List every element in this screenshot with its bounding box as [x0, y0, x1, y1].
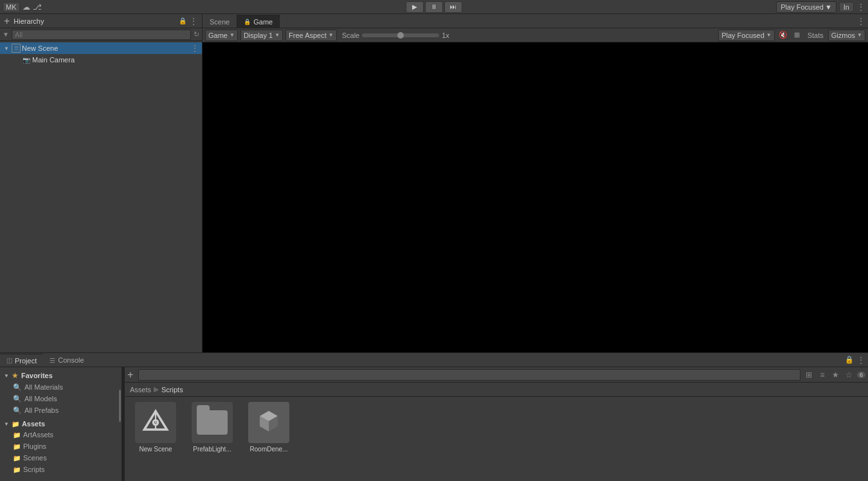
project-toolbar: + ⊞ ≡ ★ ☆ 6 [125, 367, 868, 383]
asset-item-new-scene[interactable]: U New Scene [130, 402, 181, 453]
breadcrumb-assets[interactable]: Assets [130, 386, 151, 394]
topbar-more-icon[interactable]: ⋮ [856, 2, 865, 12]
hierarchy-camera-label: Main Camera [32, 56, 75, 64]
hierarchy-search-input[interactable] [12, 30, 191, 40]
art-assets-label: ArtAssets [23, 431, 53, 439]
free-aspect-dropdown[interactable]: Free Aspect ▼ [285, 30, 337, 41]
tab-scene[interactable]: Scene [203, 15, 237, 28]
project-sidebar: ▼ ★ Favorites 🔍 All Materials 🔍 All Mode… [0, 367, 122, 481]
scenes-folder-icon: 📁 [13, 455, 21, 462]
game-display-dropdown[interactable]: Game ▼ [205, 30, 238, 41]
project-add-button[interactable]: + [127, 369, 133, 381]
hierarchy-header: + Hierarchy 🔒 ⋮ [0, 14, 202, 28]
hierarchy-header-left: + Hierarchy [4, 16, 44, 26]
gizmos-arrow: ▼ [857, 32, 862, 38]
play-focused-dropdown[interactable]: Play Focused ▼ [718, 30, 775, 41]
hierarchy-header-icons: 🔒 ⋮ [179, 16, 198, 26]
asset-item-prefab-light[interactable]: PrefabLight... [186, 402, 238, 453]
hierarchy-content: ▼ ☰ New Scene ⋮ 📷 Main Camera [0, 41, 202, 352]
project-panel-lock-icon[interactable]: 🔒 [842, 356, 856, 364]
breadcrumb-sep: ▶ [154, 385, 159, 394]
asset-icon-room-dene [248, 402, 289, 443]
asset-icon-prefab-light [192, 402, 233, 443]
asset-item-room-dene[interactable]: RoomDene... [243, 402, 294, 453]
scale-label: Scale [342, 32, 360, 39]
info-button[interactable]: In [839, 2, 854, 12]
branch-icon[interactable]: ⎇ [33, 3, 42, 12]
tab-bar-more-icon[interactable]: ⋮ [856, 16, 865, 26]
hierarchy-title: Hierarchy [14, 17, 44, 25]
favorites-item-all-models[interactable]: 🔍 All Models [0, 393, 122, 404]
favorites-header[interactable]: ▼ ★ Favorites [0, 370, 122, 381]
game-toolbar: Game ▼ Display 1 ▼ Free Aspect ▼ Scale 1… [203, 28, 868, 42]
stats-button[interactable]: Stats [806, 31, 826, 40]
hierarchy-add-button[interactable]: + [4, 16, 10, 26]
expand-arrow-camera [13, 56, 21, 64]
assets-header[interactable]: ▼ 📁 Assets [0, 419, 122, 429]
scripts-label: Scripts [23, 466, 45, 473]
mute-icon[interactable]: 🔇 [777, 30, 789, 41]
breadcrumb-scripts[interactable]: Scripts [161, 386, 183, 394]
sidebar-item-art-assets[interactable]: 📁 ArtAssets [0, 429, 122, 440]
sidebar-item-plugins[interactable]: 📁 Plugins [0, 440, 122, 452]
gizmos-dropdown[interactable]: Gizmos ▼ [828, 30, 865, 41]
project-icon-layout[interactable]: ⊞ [803, 369, 815, 381]
project-icon-bookmark[interactable]: ☆ [844, 369, 855, 381]
hierarchy-more-icon[interactable]: ⋮ [189, 16, 198, 26]
favorites-item-all-materials[interactable]: 🔍 All Materials [0, 381, 122, 393]
expand-arrow-scene: ▼ [3, 44, 10, 52]
play-controls: ▶ ⏸ ⏭ [406, 1, 462, 13]
hierarchy-refresh-icon[interactable]: ↻ [194, 30, 199, 39]
tab-console[interactable]: ☰ Console [43, 354, 90, 367]
asset-label-prefab-light: PrefabLight... [193, 446, 231, 453]
favorites-item-all-prefabs[interactable]: 🔍 All Prefabs [0, 404, 122, 416]
assets-title: Assets [22, 420, 45, 428]
display-icon[interactable]: ⊞ [791, 30, 803, 41]
sidebar-scrollbar[interactable] [119, 390, 121, 422]
project-search-input[interactable] [138, 369, 800, 381]
main-area: + Hierarchy 🔒 ⋮ ▼ ↻ ▼ ☰ New Scene ⋮ [0, 14, 868, 352]
focused-play-dropdown-icon: ▼ [825, 3, 832, 11]
mk-badge[interactable]: MK [3, 2, 20, 12]
play-focused-label: Play Focused [721, 32, 764, 39]
hierarchy-lock-icon[interactable]: 🔒 [179, 17, 186, 24]
tab-project[interactable]: ◫ Project [0, 354, 43, 367]
asset-grid: U New Scene PrefabLight... [125, 397, 868, 481]
project-icon-list[interactable]: ≡ [817, 369, 828, 381]
focused-play-button[interactable]: Play Focused ▼ [776, 1, 836, 13]
hierarchy-item-new-scene[interactable]: ▼ ☰ New Scene ⋮ [0, 42, 202, 54]
play-button[interactable]: ▶ [406, 1, 424, 13]
cloud-icon[interactable]: ☁ [23, 3, 30, 12]
all-prefabs-label: All Prefabs [24, 406, 59, 414]
all-models-label: All Models [24, 395, 57, 403]
tab-game[interactable]: 🔒 Game [237, 15, 280, 28]
hierarchy-search-bar: ▼ ↻ [0, 28, 202, 41]
focused-play-label: Play Focused [781, 3, 824, 11]
scale-value: 1x [442, 32, 449, 39]
display1-dropdown[interactable]: Display 1 ▼ [240, 30, 283, 41]
plugins-label: Plugins [23, 442, 46, 450]
top-toolbar: MK ☁ ⎇ ▶ ⏸ ⏭ Play Focused ▼ In ⋮ [0, 0, 868, 14]
assets-folder-icon: 📁 [12, 421, 19, 428]
sidebar-item-scripts[interactable]: 📁 Scripts [0, 464, 122, 475]
scale-slider[interactable] [362, 33, 439, 37]
display1-label: Display 1 [244, 32, 273, 39]
plugins-folder-icon: 📁 [13, 443, 21, 450]
assets-section: ▼ 📁 Assets 📁 ArtAssets 📁 Plugins 📁 Scene… [0, 419, 122, 475]
all-materials-label: All Materials [24, 383, 63, 391]
project-icon-star[interactable]: ★ [830, 369, 842, 381]
pause-button[interactable]: ⏸ [425, 1, 443, 13]
bottom-tab-bar: ◫ Project ☰ Console 🔒 ⋮ [0, 353, 868, 367]
game-toolbar-right: Play Focused ▼ 🔇 ⊞ Stats Gizmos ▼ [718, 30, 865, 41]
scenes-label: Scenes [23, 454, 47, 462]
camera-icon: 📷 [22, 55, 31, 64]
art-assets-folder-icon: 📁 [13, 431, 21, 439]
step-button[interactable]: ⏭ [444, 1, 462, 13]
project-tab-label: Project [15, 357, 37, 365]
favorites-title: Favorites [21, 372, 53, 379]
hierarchy-scene-kebab[interactable]: ⋮ [190, 44, 199, 53]
project-toolbar-icons: ⊞ ≡ ★ ☆ 6 [803, 369, 865, 381]
sidebar-item-scenes[interactable]: 📁 Scenes [0, 452, 122, 464]
bottom-tab-more-icon[interactable]: ⋮ [856, 355, 865, 365]
hierarchy-item-main-camera[interactable]: 📷 Main Camera [0, 54, 202, 66]
